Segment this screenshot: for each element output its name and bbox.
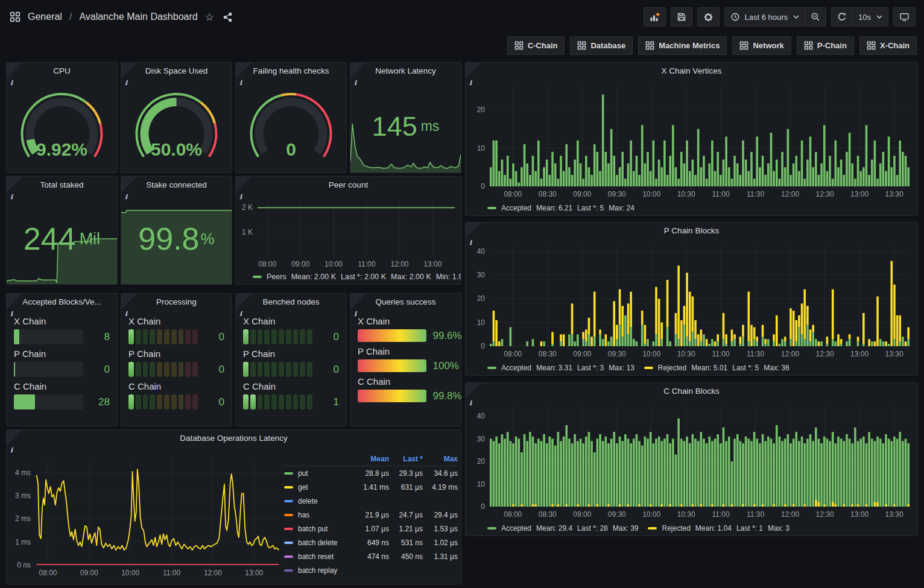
dashboard-settings-button[interactable] bbox=[697, 7, 720, 27]
panel-title[interactable]: Accepted Blocks/Ve... bbox=[7, 294, 117, 311]
panel-info-corner[interactable]: i bbox=[121, 294, 137, 309]
dashboard-link-p-chain[interactable]: P-Chain bbox=[797, 36, 854, 55]
legend-label[interactable]: Accepted bbox=[501, 204, 531, 212]
c-chain-blocks-chart: 01020304008:0008:3009:0009:3010:0010:301… bbox=[466, 400, 917, 521]
svg-text:09:30: 09:30 bbox=[608, 190, 626, 198]
svg-text:12:30: 12:30 bbox=[816, 510, 834, 519]
panel-title[interactable]: P Chain Blocks bbox=[466, 223, 917, 239]
panel-info-corner[interactable]: i bbox=[350, 63, 366, 78]
legend-stat-value: 649 ns bbox=[355, 536, 389, 549]
panel-info-corner[interactable]: i bbox=[466, 63, 481, 78]
panel-info-corner[interactable]: i bbox=[121, 63, 137, 78]
panel-title[interactable]: Failing health checks bbox=[236, 63, 346, 80]
panel-info-corner[interactable]: i bbox=[236, 63, 252, 78]
panel-info-corner[interactable]: i bbox=[236, 177, 252, 192]
svg-text:09:30: 09:30 bbox=[608, 510, 626, 519]
legend-series-name[interactable]: batch reset bbox=[284, 549, 355, 563]
led-cell bbox=[300, 329, 305, 344]
panel-title[interactable]: Network Latency bbox=[350, 63, 461, 80]
legend-table-header[interactable]: Last * bbox=[389, 452, 423, 466]
legend-series-name[interactable]: get bbox=[284, 480, 355, 494]
legend-label[interactable]: Accepted bbox=[501, 524, 531, 533]
legend-series-name[interactable]: put bbox=[284, 466, 355, 480]
panel-title[interactable]: CPU bbox=[7, 63, 117, 80]
gradient-bar bbox=[358, 329, 426, 342]
legend-swatch bbox=[648, 527, 657, 530]
panel-info-corner[interactable]: i bbox=[121, 177, 137, 192]
legend-item: AcceptedMean: 3.31Last *: 3Max: 13 bbox=[487, 364, 634, 372]
chevron-down-icon bbox=[876, 15, 882, 19]
save-dashboard-button[interactable] bbox=[671, 7, 692, 27]
dashboard-link-c-chain[interactable]: C-Chain bbox=[507, 36, 565, 55]
svg-text:10: 10 bbox=[477, 318, 486, 327]
legend-table-header[interactable]: Mean bbox=[355, 452, 389, 466]
legend-label[interactable]: Rejected bbox=[658, 364, 686, 372]
svg-text:09:30: 09:30 bbox=[608, 350, 626, 358]
dashboard-link-x-chain[interactable]: X-Chain bbox=[859, 36, 917, 55]
legend-label[interactable]: Accepted bbox=[501, 364, 531, 372]
chain-value: 0 bbox=[318, 331, 339, 343]
svg-text:2 K: 2 K bbox=[242, 203, 253, 212]
legend-series-name[interactable]: batch replay bbox=[284, 563, 355, 577]
panel-title[interactable]: Stake connected bbox=[121, 177, 232, 194]
panel-processing: i Processing X Chain0P Chain0C Chain0 bbox=[121, 293, 232, 426]
svg-text:11:00: 11:00 bbox=[163, 569, 180, 577]
dashboard-link-machine metrics[interactable]: Machine Metrics bbox=[638, 36, 727, 55]
panel-title[interactable]: Processing bbox=[121, 294, 232, 311]
panel-title[interactable]: Queries success bbox=[350, 294, 461, 311]
add-panel-button[interactable] bbox=[644, 7, 666, 27]
refresh-interval-picker[interactable]: 10s bbox=[853, 7, 888, 27]
panel-title[interactable]: C Chain Blocks bbox=[466, 383, 917, 400]
refresh-button[interactable] bbox=[831, 7, 853, 27]
panel-title[interactable]: Benched nodes bbox=[236, 294, 346, 311]
led-cell bbox=[307, 394, 312, 409]
chain-value: 0 bbox=[318, 364, 339, 376]
led-cell bbox=[157, 329, 162, 344]
panel-title[interactable]: Disk Space Used bbox=[121, 63, 232, 80]
zoom-out-time-button[interactable] bbox=[805, 7, 826, 27]
tv-mode-button[interactable] bbox=[893, 7, 916, 27]
chain-label: X Chain bbox=[358, 316, 454, 326]
legend-swatch bbox=[284, 500, 293, 502]
bar-track bbox=[14, 362, 83, 377]
panel-info-corner[interactable]: i bbox=[236, 294, 252, 309]
time-range-picker[interactable]: Last 6 hours bbox=[724, 7, 805, 27]
legend-table-header[interactable]: Max bbox=[423, 452, 458, 466]
star-icon[interactable]: ☆ bbox=[204, 10, 215, 25]
panel-title[interactable]: Total staked bbox=[7, 177, 117, 194]
legend-stat-value: 474 ns bbox=[355, 549, 389, 563]
legend-swatch bbox=[284, 542, 293, 544]
legend-label[interactable]: Rejected bbox=[662, 524, 690, 533]
legend-series-name[interactable]: has bbox=[284, 508, 355, 522]
dashboard-title[interactable]: Avalanche Main Dashboard bbox=[79, 11, 197, 22]
svg-text:0: 0 bbox=[286, 139, 296, 159]
legend-series-name[interactable]: batch put bbox=[284, 522, 355, 536]
dashboards-grid-icon[interactable] bbox=[8, 10, 22, 24]
magnifier-minus-icon bbox=[811, 12, 820, 22]
panel-info-corner[interactable]: i bbox=[466, 383, 481, 399]
legend-series-name[interactable]: batch delete bbox=[284, 536, 355, 549]
svg-text:12:00: 12:00 bbox=[391, 260, 409, 268]
breadcrumb-section[interactable]: General bbox=[28, 11, 62, 22]
legend-label[interactable]: Peers bbox=[267, 273, 286, 281]
panel-info-corner[interactable]: i bbox=[7, 63, 22, 78]
led-cell bbox=[171, 362, 177, 377]
panel-info-corner[interactable]: i bbox=[350, 294, 366, 309]
dashboard-link-database[interactable]: Database bbox=[570, 36, 633, 55]
dashboard-link-network[interactable]: Network bbox=[732, 36, 791, 55]
chain-bar-row: 8 bbox=[14, 329, 110, 344]
panel-info-corner[interactable]: i bbox=[7, 177, 22, 192]
share-icon[interactable] bbox=[221, 11, 234, 24]
panel-info-corner[interactable]: i bbox=[466, 223, 481, 238]
panel-info-corner[interactable]: i bbox=[7, 430, 22, 446]
legend-swatch bbox=[284, 514, 293, 516]
legend-series-name[interactable]: delete bbox=[284, 494, 355, 508]
svg-text:0: 0 bbox=[481, 502, 485, 511]
svg-text:11:30: 11:30 bbox=[747, 510, 764, 519]
panel-info-corner[interactable]: i bbox=[7, 294, 22, 309]
panel-title[interactable]: Peer count bbox=[236, 177, 461, 194]
chain-bar-row: 28 bbox=[14, 394, 110, 409]
svg-text:10:30: 10:30 bbox=[677, 190, 695, 198]
panel-title[interactable]: Database Operations Latency bbox=[7, 430, 461, 447]
panel-title[interactable]: X Chain Vertices bbox=[466, 63, 917, 80]
